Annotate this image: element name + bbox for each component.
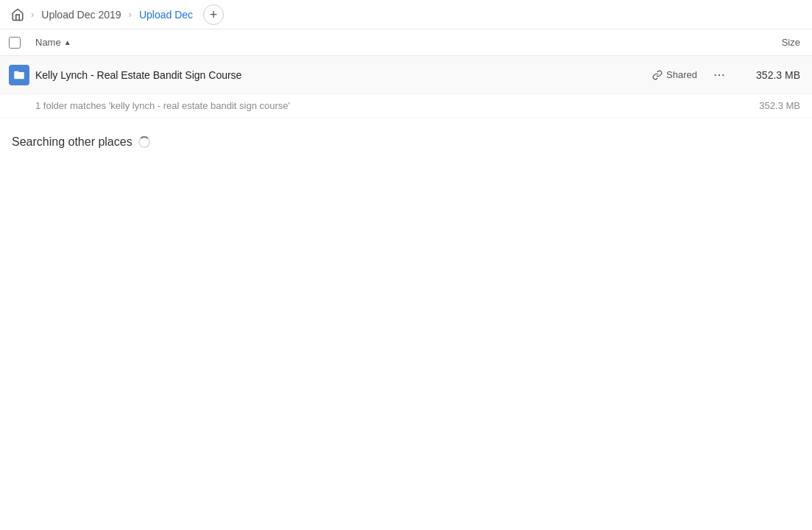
shared-badge: Shared xyxy=(652,69,697,80)
breadcrumb-item-1[interactable]: Upload Dec 2019 xyxy=(38,7,124,22)
breadcrumb-separator-2: › xyxy=(129,9,132,20)
select-all-checkbox[interactable] xyxy=(9,37,21,49)
name-column-header[interactable]: Name ▲ xyxy=(35,37,727,48)
loading-spinner xyxy=(138,136,150,148)
svg-point-2 xyxy=(722,74,724,75)
link-icon xyxy=(652,70,663,80)
match-info-size: 352.3 MB xyxy=(759,100,800,111)
size-column-header[interactable]: Size xyxy=(727,37,800,48)
name-column-label: Name xyxy=(35,37,61,48)
match-info-row: 352.3 MB 1 folder matches 'kelly lynch -… xyxy=(0,94,812,118)
breadcrumb-item-2[interactable]: Upload Dec xyxy=(136,7,196,22)
svg-point-0 xyxy=(715,74,716,75)
more-options-button[interactable] xyxy=(709,65,730,85)
breadcrumb-bar: › Upload Dec 2019 › Upload Dec + xyxy=(0,0,812,29)
match-info-text: 1 folder matches 'kelly lynch - real est… xyxy=(35,100,290,111)
file-icon-wrap xyxy=(9,65,35,85)
searching-title-text: Searching other places xyxy=(12,135,133,149)
more-icon xyxy=(713,68,726,82)
select-all-checkbox-wrap[interactable] xyxy=(9,37,35,49)
shared-label: Shared xyxy=(666,69,697,80)
searching-title: Searching other places xyxy=(12,135,800,149)
column-headers: Name ▲ Size xyxy=(0,29,812,56)
searching-section: Searching other places xyxy=(0,118,812,155)
folder-icon xyxy=(9,65,29,85)
breadcrumb-separator-1: › xyxy=(31,9,34,20)
file-size: 352.3 MB xyxy=(741,69,800,81)
svg-point-1 xyxy=(719,74,720,75)
home-button[interactable] xyxy=(9,6,27,24)
file-actions: Shared 352.3 MB xyxy=(652,65,800,85)
sort-arrow-icon: ▲ xyxy=(64,38,71,46)
file-name[interactable]: Kelly Lynch - Real Estate Bandit Sign Co… xyxy=(35,69,652,81)
file-row: Kelly Lynch - Real Estate Bandit Sign Co… xyxy=(0,56,812,94)
add-button[interactable]: + xyxy=(203,4,224,25)
